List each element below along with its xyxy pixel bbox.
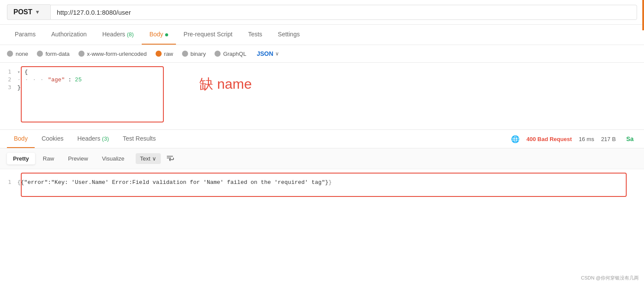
radio-circle-none: [7, 51, 13, 57]
save-response-button[interactable]: Sa: [623, 134, 637, 144]
radio-raw[interactable]: raw: [156, 51, 173, 57]
response-code: 1 {{"error":"Key: 'User.Name' Error:Fiel…: [0, 169, 644, 204]
footer-watermark: CSDN @你何穿银没有几两: [581, 275, 639, 281]
resp-tab-body[interactable]: Body: [7, 130, 35, 148]
tab-headers[interactable]: Headers (8): [94, 25, 142, 45]
resp-content: {{"error":"Key: 'User.Name' Error:Field …: [17, 179, 332, 186]
tab-prerequest[interactable]: Pre-request Script: [176, 25, 241, 45]
method-chevron: ▼: [35, 9, 40, 15]
method-label: POST: [13, 8, 33, 16]
radio-circle-raw: [156, 51, 162, 57]
radio-urlencoded[interactable]: x-www-form-urlencoded: [78, 51, 147, 57]
radio-binary[interactable]: binary: [182, 51, 206, 57]
annotation-text: 缺 name: [199, 75, 252, 94]
url-input[interactable]: [50, 5, 637, 20]
resp-tab-cookies[interactable]: Cookies: [35, 130, 71, 148]
status-badge: 400 Bad Request: [527, 136, 572, 142]
fmt-pretty[interactable]: Pretty: [7, 153, 35, 164]
radio-circle-form-data: [37, 51, 43, 57]
resp-line-1: 1 {{"error":"Key: 'User.Name' Error:Fiel…: [0, 175, 644, 189]
radio-graphql[interactable]: GraphQL: [215, 51, 246, 57]
resp-tab-test-results[interactable]: Test Results: [116, 130, 163, 148]
radio-none[interactable]: none: [7, 51, 28, 57]
tab-body[interactable]: Body: [142, 25, 176, 45]
radio-circle-urlencoded: [78, 51, 85, 57]
tab-settings[interactable]: Settings: [270, 25, 308, 45]
resp-time: 16 ms: [579, 136, 594, 142]
json-type-selector[interactable]: JSON ∨: [257, 50, 279, 57]
resp-size: 217 B: [601, 136, 616, 142]
code-lines: 1 ▾ { 2 · · · · "age" : 25 3: [0, 68, 644, 91]
body-type-row: none form-data x-www-form-urlencoded raw…: [0, 45, 644, 63]
wrap-lines-icon[interactable]: [166, 154, 175, 164]
radio-form-data[interactable]: form-data: [37, 51, 70, 57]
globe-icon: 🌐: [511, 135, 520, 143]
code-line-2: 2 · · · · "age" : 25: [0, 76, 644, 84]
code-line-3: 3 }: [0, 84, 644, 91]
fmt-preview[interactable]: Preview: [62, 153, 94, 164]
tab-authorization[interactable]: Authorization: [43, 25, 94, 45]
url-bar: POST ▼: [0, 0, 644, 25]
method-selector[interactable]: POST ▼: [7, 4, 50, 20]
tab-tests[interactable]: Tests: [240, 25, 270, 45]
json-chevron: ∨: [275, 51, 279, 57]
fmt-visualize[interactable]: Visualize: [96, 153, 130, 164]
text-chevron: ∨: [152, 155, 156, 162]
fmt-raw[interactable]: Raw: [37, 153, 60, 164]
collapse-arrow[interactable]: ▾: [17, 70, 20, 75]
code-line-1: 1 ▾ {: [0, 68, 644, 76]
response-tabs: Body Cookies Headers (3) Test Results 🌐 …: [0, 130, 644, 148]
tab-params[interactable]: Params: [7, 25, 43, 45]
code-editor[interactable]: 1 ▾ { 2 · · · · "age" : 25 3: [0, 63, 644, 130]
main-tabs: Params Authorization Headers (8) Body Pr…: [0, 25, 644, 45]
resp-tab-headers[interactable]: Headers (3): [71, 130, 116, 148]
response-meta: 🌐 400 Bad Request 16 ms 217 B Sa: [511, 134, 637, 144]
text-type-dropdown[interactable]: Text ∨: [136, 153, 161, 164]
radio-circle-binary: [182, 51, 188, 57]
radio-circle-graphql: [215, 51, 221, 57]
format-row: Pretty Raw Preview Visualize Text ∨: [0, 148, 644, 169]
body-dot: [165, 33, 168, 36]
